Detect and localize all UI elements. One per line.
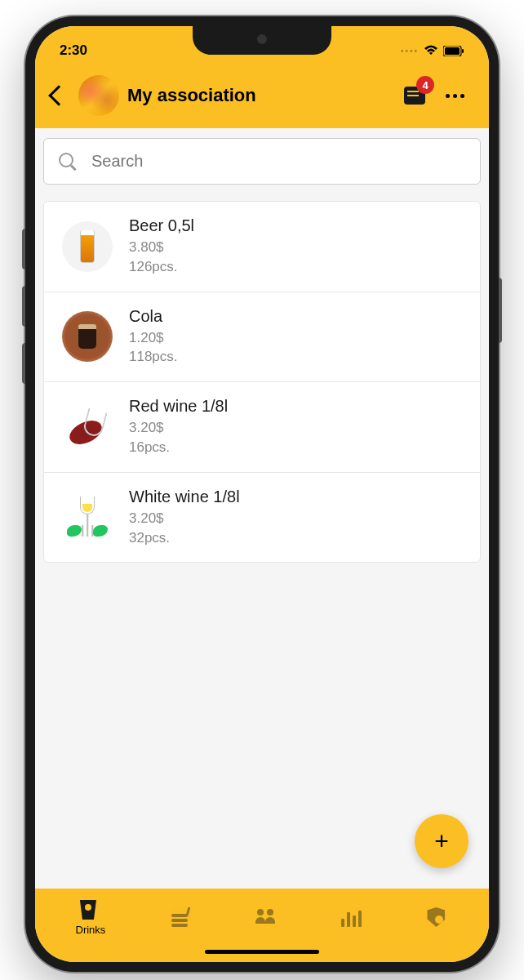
list-item[interactable]: White wine 1/8l 3.20$ 32pcs. — [44, 473, 480, 563]
screen: 2:30 •••• My association 4 — [35, 26, 489, 962]
search-box[interactable] — [43, 138, 481, 185]
content-area: Beer 0,5l 3.80$ 126pcs. Cola 1.20$ 118pc… — [35, 128, 489, 889]
svg-rect-1 — [445, 47, 460, 55]
nav-food[interactable] — [170, 907, 191, 929]
notch — [193, 26, 331, 55]
nav-drinks[interactable]: Drinks — [76, 900, 106, 936]
item-name: White wine 1/8l — [129, 488, 462, 506]
drinks-icon — [80, 900, 101, 921]
item-quantity: 32pcs. — [129, 528, 462, 548]
shield-icon — [427, 907, 448, 929]
list-item[interactable]: Red wine 1/8l 3.20$ 16pcs. — [44, 382, 480, 473]
chat-button[interactable]: 4 — [400, 81, 429, 110]
item-quantity: 16pcs. — [129, 438, 462, 457]
search-input[interactable] — [91, 152, 465, 171]
item-image-white-wine — [62, 492, 113, 543]
nav-admin[interactable] — [427, 907, 448, 929]
association-avatar[interactable] — [78, 75, 119, 116]
item-text: Beer 0,5l 3.80$ 126pcs. — [129, 216, 462, 277]
nav-stats[interactable] — [341, 909, 362, 927]
more-button[interactable] — [437, 86, 473, 106]
list-item[interactable]: Cola 1.20$ 118pcs. — [44, 292, 480, 383]
add-button[interactable]: + — [415, 814, 468, 868]
svg-rect-2 — [462, 49, 464, 53]
back-button[interactable] — [48, 85, 69, 105]
item-text: Cola 1.20$ 118pcs. — [129, 307, 462, 368]
battery-icon — [443, 46, 464, 56]
item-price: 1.20$ — [129, 328, 462, 348]
item-price: 3.80$ — [129, 238, 462, 257]
food-icon — [170, 907, 191, 929]
nav-label: Drinks — [76, 924, 106, 936]
list-item[interactable]: Beer 0,5l 3.80$ 126pcs. — [44, 202, 480, 292]
chat-badge: 4 — [416, 76, 434, 94]
plus-icon: + — [434, 827, 449, 855]
phone-frame: 2:30 •••• My association 4 — [25, 16, 499, 972]
status-icons: •••• — [401, 45, 464, 56]
item-quantity: 126pcs. — [129, 257, 462, 277]
stats-icon — [341, 909, 362, 927]
item-image-red-wine — [62, 402, 113, 452]
item-image-cola — [62, 311, 113, 362]
item-name: Beer 0,5l — [129, 216, 462, 235]
status-time: 2:30 — [60, 42, 87, 59]
item-quantity: 118pcs. — [129, 347, 462, 367]
home-indicator[interactable] — [205, 950, 319, 954]
item-price: 3.20$ — [129, 509, 462, 528]
item-name: Cola — [129, 307, 462, 326]
nav-people[interactable] — [255, 907, 277, 929]
item-image-beer — [62, 221, 113, 272]
app-header: My association 4 — [35, 67, 489, 128]
item-text: White wine 1/8l 3.20$ 32pcs. — [129, 488, 462, 548]
item-text: Red wine 1/8l 3.20$ 16pcs. — [129, 397, 462, 457]
wifi-icon — [424, 45, 438, 56]
drinks-list: Beer 0,5l 3.80$ 126pcs. Cola 1.20$ 118pc… — [43, 201, 481, 563]
page-title: My association — [127, 85, 392, 106]
cellular-icon: •••• — [401, 47, 419, 56]
item-name: Red wine 1/8l — [129, 397, 462, 416]
search-icon — [59, 153, 77, 171]
people-icon — [255, 907, 277, 929]
item-price: 3.20$ — [129, 418, 462, 438]
bottom-nav: Drinks — [35, 889, 489, 962]
